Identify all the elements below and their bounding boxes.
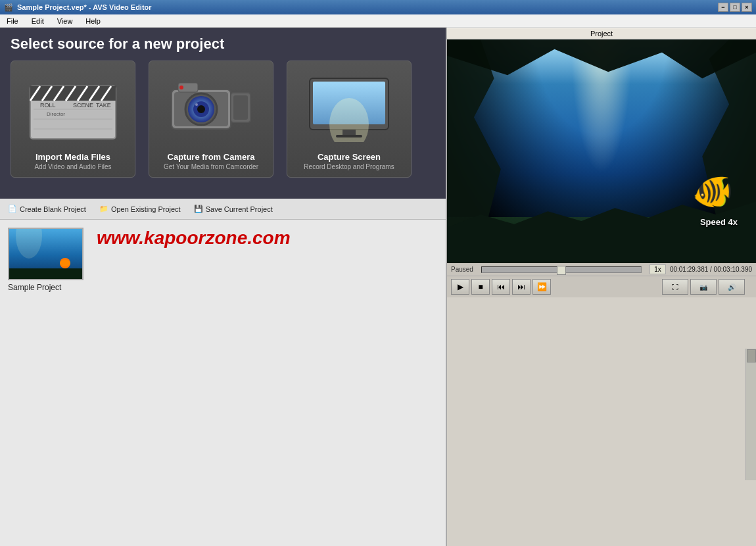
speed-label: Speed 4x xyxy=(700,217,738,227)
save-project-button[interactable]: 💾 Save Current Project xyxy=(194,205,273,213)
folder-icon: 📁 xyxy=(99,205,108,213)
stop-button[interactable]: ■ xyxy=(471,279,490,295)
source-option-camera[interactable]: Capture from Camera Get Your Media from … xyxy=(149,61,273,178)
project-thumbnail xyxy=(8,228,83,280)
open-label: Open Existing Project xyxy=(111,205,181,213)
import-icon: ROLL SCENE TAKE Director xyxy=(20,68,126,147)
fish-overlay: 🐠 xyxy=(692,172,733,211)
preview-title: Project xyxy=(447,28,756,39)
menu-help[interactable]: Help xyxy=(82,16,105,26)
menu-bar: File Edit View Help xyxy=(0,14,756,28)
screen-label: Capture Screen xyxy=(294,152,404,162)
time-current: 00:01:29.381 / 00:03:10.390 xyxy=(670,266,752,273)
transport-controls: ▶ ■ ⏮ ⏭ ⏩ ⛶ 📷 🔊 xyxy=(447,276,756,297)
svg-rect-31 xyxy=(336,135,362,137)
timeline-slider[interactable] xyxy=(481,266,642,273)
svg-point-22 xyxy=(195,103,198,106)
source-title: Select source for a new project xyxy=(11,36,435,53)
menu-file[interactable]: File xyxy=(3,16,22,26)
import-label: Import Media Files xyxy=(18,152,128,162)
blank-icon: 📄 xyxy=(8,205,17,213)
speed-display: 1x xyxy=(650,264,666,274)
watermark-text: www.kapoorzone.com xyxy=(97,228,291,249)
fullscreen-button[interactable]: ⛶ xyxy=(662,279,688,295)
window-title: Sample Project.vep* - AVS Video Editor xyxy=(17,3,152,11)
svg-text:ROLL: ROLL xyxy=(40,102,56,109)
svg-point-21 xyxy=(197,105,205,113)
svg-point-36 xyxy=(60,260,70,266)
rewind-button[interactable]: ⏮ xyxy=(492,279,510,295)
svg-rect-34 xyxy=(9,268,83,280)
play-button[interactable]: ▶ xyxy=(451,279,469,295)
menu-edit[interactable]: Edit xyxy=(28,16,48,26)
save-label: Save Current Project xyxy=(206,205,273,213)
project-bar: 📄 Create Blank Project 📁 Open Existing P… xyxy=(0,199,446,220)
svg-text:TAKE: TAKE xyxy=(96,102,111,109)
left-panel: Select source for a new project xyxy=(0,28,447,546)
source-options: ROLL SCENE TAKE Director Import Media Fi… xyxy=(11,61,435,178)
titlebar-right: − □ × xyxy=(718,3,752,12)
svg-rect-25 xyxy=(233,95,248,120)
main-container: Select source for a new project xyxy=(0,28,756,546)
preview-screen: 🐠 Speed 4x xyxy=(447,39,756,263)
recent-projects: Sample Project www.kapoorzone.com xyxy=(0,220,446,546)
app-icon: 🎬 xyxy=(4,3,13,12)
project-name: Sample Project xyxy=(8,283,83,292)
camera-sublabel: Get Your Media from Camcorder xyxy=(156,163,266,170)
project-thumbnail-container[interactable]: Sample Project xyxy=(8,228,83,292)
volume-button[interactable]: 🔊 xyxy=(719,279,745,295)
import-sublabel: Add Video and Audio Files xyxy=(18,163,128,170)
svg-text:SCENE: SCENE xyxy=(73,102,93,109)
svg-rect-30 xyxy=(343,130,356,135)
close-button[interactable]: × xyxy=(742,3,752,12)
right-panel: Project 🐠 Speed 4x xyxy=(447,28,756,546)
timeline-thumb[interactable] xyxy=(557,266,566,275)
svg-text:Director: Director xyxy=(47,111,65,117)
titlebar-left: 🎬 Sample Project.vep* - AVS Video Editor xyxy=(4,3,152,12)
snapshot-button[interactable]: 📷 xyxy=(690,279,717,295)
title-bar: 🎬 Sample Project.vep* - AVS Video Editor… xyxy=(0,0,756,14)
next-frame-button[interactable]: ⏩ xyxy=(532,279,551,295)
camera-icon-display xyxy=(158,68,264,147)
source-selector: Select source for a new project xyxy=(0,28,446,199)
screen-icon-display xyxy=(296,68,402,147)
camera-label: Capture from Camera xyxy=(156,152,266,162)
screen-sublabel: Record Desktop and Programs xyxy=(294,163,404,170)
forward-button[interactable]: ⏭ xyxy=(512,279,531,295)
preview-status: Paused xyxy=(451,266,473,273)
source-option-import[interactable]: ROLL SCENE TAKE Director Import Media Fi… xyxy=(11,61,135,178)
blank-label: Create Blank Project xyxy=(20,205,86,213)
source-option-screen[interactable]: Capture Screen Record Desktop and Progra… xyxy=(287,61,412,178)
minimize-button[interactable]: − xyxy=(718,3,728,12)
save-icon: 💾 xyxy=(194,205,203,213)
svg-point-26 xyxy=(179,86,183,89)
menu-view[interactable]: View xyxy=(53,16,77,26)
create-blank-button[interactable]: 📄 Create Blank Project xyxy=(8,205,86,213)
open-project-button[interactable]: 📁 Open Existing Project xyxy=(99,205,181,213)
preview-time-row: Paused 1x 00:01:29.381 / 00:03:10.390 xyxy=(447,263,756,276)
maximize-button[interactable]: □ xyxy=(730,3,740,12)
